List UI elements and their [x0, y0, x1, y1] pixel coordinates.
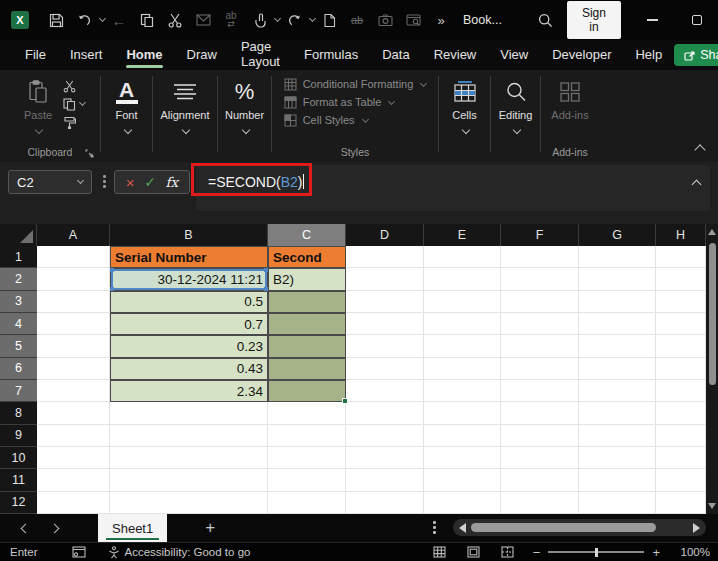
- cell-B12[interactable]: [110, 492, 268, 514]
- minimize-button[interactable]: [631, 0, 675, 40]
- enter-formula-button[interactable]: ✓: [144, 175, 156, 189]
- cell-E1[interactable]: [424, 246, 501, 268]
- undo-icon[interactable]: [70, 6, 98, 34]
- cell-E7[interactable]: [424, 380, 501, 402]
- cell-F5[interactable]: [501, 335, 579, 357]
- cell-A2[interactable]: [37, 268, 110, 290]
- accessibility-checker-button[interactable]: Accessibility: Good to go: [108, 546, 251, 559]
- cell-F11[interactable]: [501, 469, 579, 491]
- cell-B9[interactable]: [110, 425, 268, 447]
- cell-B10[interactable]: [110, 447, 268, 469]
- column-header-E[interactable]: E: [424, 224, 501, 246]
- insert-function-button[interactable]: fx: [166, 174, 179, 190]
- cell-F1[interactable]: [501, 246, 579, 268]
- cell-D3[interactable]: [346, 291, 424, 313]
- cells-button[interactable]: Cells: [439, 70, 490, 162]
- zoom-level[interactable]: 100%: [668, 546, 710, 558]
- cell-A10[interactable]: [37, 447, 110, 469]
- collapse-ribbon-icon[interactable]: [694, 144, 705, 155]
- cell-C10[interactable]: [268, 447, 346, 469]
- cell-E4[interactable]: [424, 313, 501, 335]
- sheet-options-icon[interactable]: [433, 521, 436, 534]
- column-header-F[interactable]: F: [501, 224, 579, 246]
- cell-C1[interactable]: Second: [268, 246, 346, 268]
- cell-G6[interactable]: [579, 358, 656, 380]
- scroll-right-icon[interactable]: [693, 523, 700, 533]
- zoom-in-button[interactable]: +: [644, 545, 668, 560]
- cell-F7[interactable]: [501, 380, 579, 402]
- cell-G5[interactable]: [579, 335, 656, 357]
- column-header-G[interactable]: G: [579, 224, 656, 246]
- collapse-formula-bar-icon[interactable]: [692, 180, 702, 190]
- cell-A11[interactable]: [37, 469, 110, 491]
- add-sheet-button[interactable]: +: [205, 518, 215, 538]
- cell-H10[interactable]: [656, 447, 706, 469]
- cell-G11[interactable]: [579, 469, 656, 491]
- row-header-3[interactable]: 3: [0, 291, 37, 313]
- menu-tab-help[interactable]: Help: [623, 42, 674, 69]
- menu-tab-view[interactable]: View: [488, 42, 540, 69]
- format-painter-button[interactable]: [63, 115, 85, 129]
- cell-D6[interactable]: [346, 358, 424, 380]
- cell-F3[interactable]: [501, 291, 579, 313]
- horizontal-scrollbar[interactable]: [453, 519, 706, 536]
- cell-D4[interactable]: [346, 313, 424, 335]
- row-header-4[interactable]: 4: [0, 313, 37, 335]
- cell-F12[interactable]: [501, 492, 579, 514]
- menu-tab-review[interactable]: Review: [422, 42, 489, 69]
- cell-E10[interactable]: [424, 447, 501, 469]
- zoom-slider[interactable]: [548, 546, 644, 558]
- cell-H8[interactable]: [656, 402, 706, 424]
- cell-A5[interactable]: [37, 335, 110, 357]
- cell-D11[interactable]: [346, 469, 424, 491]
- cell-A4[interactable]: [37, 313, 110, 335]
- alignment-button[interactable]: Alignment: [153, 70, 217, 162]
- name-box[interactable]: C2: [8, 170, 92, 194]
- normal-view-button[interactable]: [423, 546, 457, 558]
- cell-C2[interactable]: B2): [268, 268, 346, 290]
- copy-button[interactable]: [63, 97, 85, 111]
- cut-icon[interactable]: [161, 6, 189, 34]
- cell-G1[interactable]: [579, 246, 656, 268]
- back-icon[interactable]: ←: [105, 6, 133, 34]
- cell-G7[interactable]: [579, 380, 656, 402]
- page-break-view-button[interactable]: [491, 546, 525, 558]
- cell-B11[interactable]: [110, 469, 268, 491]
- row-header-7[interactable]: 7: [0, 380, 37, 402]
- cell-G9[interactable]: [579, 425, 656, 447]
- cell-A12[interactable]: [37, 492, 110, 514]
- cut-button[interactable]: [63, 79, 85, 93]
- cell-C11[interactable]: [268, 469, 346, 491]
- cell-H3[interactable]: [656, 291, 706, 313]
- cell-H4[interactable]: [656, 313, 706, 335]
- cell-H2[interactable]: [656, 268, 706, 290]
- cell-F10[interactable]: [501, 447, 579, 469]
- cell-E11[interactable]: [424, 469, 501, 491]
- clipboard-dialog-launcher-icon[interactable]: [85, 149, 94, 158]
- cell-A6[interactable]: [37, 358, 110, 380]
- cell-C6[interactable]: [268, 358, 346, 380]
- cell-D12[interactable]: [346, 492, 424, 514]
- sheet-tab-sheet1[interactable]: Sheet1: [98, 514, 167, 542]
- font-button[interactable]: A Font: [101, 70, 152, 162]
- cell-B8[interactable]: [110, 402, 268, 424]
- menu-tab-developer[interactable]: Developer: [540, 42, 623, 69]
- row-header-6[interactable]: 6: [0, 358, 37, 380]
- cell-F9[interactable]: [501, 425, 579, 447]
- cell-C5[interactable]: [268, 335, 346, 357]
- cell-G4[interactable]: [579, 313, 656, 335]
- cell-B3[interactable]: 0.5: [110, 291, 268, 313]
- cell-A7[interactable]: [37, 380, 110, 402]
- cell-H1[interactable]: [656, 246, 706, 268]
- cancel-formula-button[interactable]: ×: [126, 175, 135, 190]
- cell-C3[interactable]: [268, 291, 346, 313]
- column-header-A[interactable]: A: [37, 224, 110, 246]
- row-header-1[interactable]: 1: [0, 246, 37, 268]
- search-icon[interactable]: [538, 13, 553, 28]
- menu-tab-data[interactable]: Data: [370, 42, 421, 69]
- previous-sheet-icon[interactable]: [21, 523, 31, 533]
- cell-C4[interactable]: [268, 313, 346, 335]
- cell-D2[interactable]: [346, 268, 424, 290]
- column-header-C[interactable]: C: [268, 224, 346, 246]
- cell-B4[interactable]: 0.7: [110, 313, 268, 335]
